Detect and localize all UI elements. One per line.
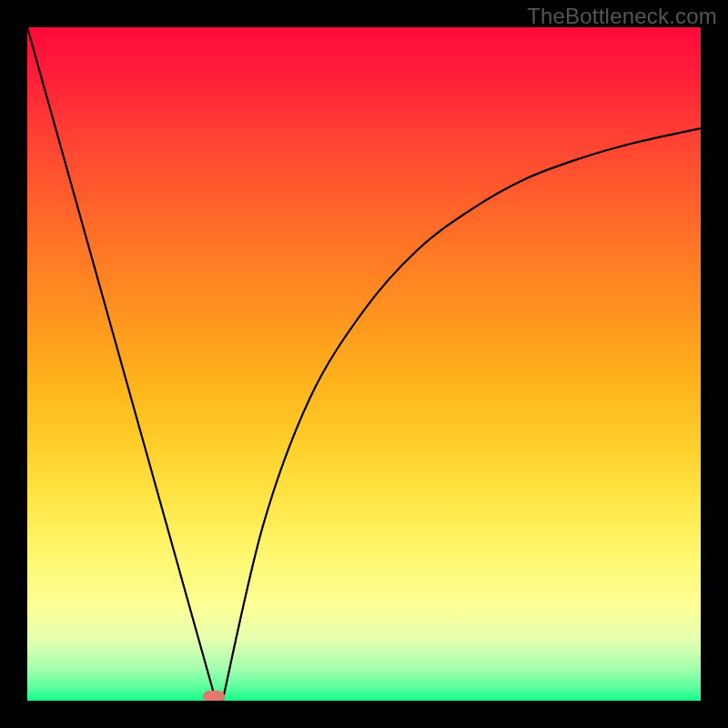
watermark-text: TheBottleneck.com bbox=[527, 4, 717, 29]
curve-right-branch bbox=[223, 128, 701, 701]
curve-left-branch bbox=[27, 27, 216, 701]
optimal-point-marker bbox=[203, 691, 225, 701]
chart-plot-area bbox=[27, 27, 701, 701]
chart-curves bbox=[27, 27, 701, 701]
